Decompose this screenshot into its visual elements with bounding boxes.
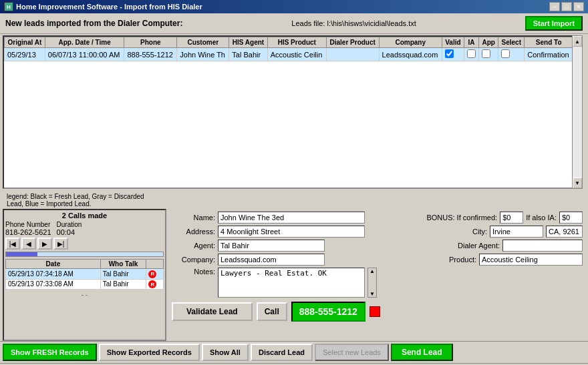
col-customer: Customer bbox=[177, 37, 229, 48]
if-also-ia-input[interactable] bbox=[559, 212, 583, 224]
form-row-agent: Agent: Dialer Agent: bbox=[172, 240, 583, 252]
cell-company: Leadssquad.com bbox=[379, 48, 442, 61]
legend: legend: Black = Fresh Lead, Gray = Disca… bbox=[3, 192, 585, 209]
cell-ia[interactable] bbox=[464, 48, 478, 61]
history-row-2[interactable]: 05/29/13 07:33:08 AM Tal Bahir R bbox=[6, 279, 164, 290]
agent-group: Agent: bbox=[172, 240, 325, 252]
form-row-name-bonus: Name: BONUS: If confirmed: If also IA: bbox=[172, 212, 583, 224]
dash-line: - - bbox=[5, 291, 164, 298]
form-row-company: Company: Product: bbox=[172, 254, 583, 266]
bottom-buttons: Show FRESH Records Show Exported Records… bbox=[0, 341, 588, 363]
show-all-button[interactable]: Show All bbox=[202, 344, 249, 361]
col-dialer-product: Dialer Product bbox=[326, 37, 379, 48]
if-also-ia-label: If also IA: bbox=[526, 214, 557, 222]
notes-input[interactable]: Lawyers - Real Estat. OK bbox=[218, 268, 365, 298]
progress-bar bbox=[5, 252, 164, 257]
discard-lead-button[interactable]: Discard Lead bbox=[251, 344, 313, 361]
show-fresh-button[interactable]: Show FRESH Records bbox=[3, 344, 97, 361]
header-left-text: New leads imported from the Dialer Compu… bbox=[5, 19, 182, 28]
col-select: Select bbox=[498, 37, 525, 48]
col-ia: IA bbox=[464, 37, 478, 48]
cell-phone: 888-555-1212 bbox=[124, 48, 177, 61]
cell-app-datetime: 06/07/13 11:00:00 AM bbox=[45, 48, 124, 61]
show-exported-button[interactable]: Show Exported Records bbox=[99, 344, 200, 361]
title-bar-text: Home Improvement Software - Import from … bbox=[16, 3, 202, 11]
next-btn[interactable]: ▶ bbox=[37, 238, 52, 250]
duration-value: 00:04 bbox=[57, 228, 82, 236]
history-row-1[interactable]: 05/29/13 07:34:18 AM Tal Bahir R bbox=[6, 269, 164, 280]
prev-btn[interactable]: ◀ bbox=[21, 238, 36, 250]
col-phone: Phone bbox=[124, 37, 177, 48]
company-label: Company: bbox=[172, 256, 215, 264]
address-input[interactable] bbox=[218, 226, 365, 238]
cell-valid[interactable] bbox=[442, 48, 464, 61]
scroll-up-btn[interactable]: ▲ bbox=[573, 36, 582, 47]
company-input[interactable] bbox=[218, 254, 325, 266]
close-button[interactable]: ✕ bbox=[573, 2, 584, 11]
select-new-leads-button: Select new Leads bbox=[315, 344, 389, 361]
call-history-table: Date Who Talk 05/29/13 07:34:18 AM Tal B… bbox=[5, 259, 164, 290]
calls-made-header: 2 Calls made bbox=[5, 212, 164, 220]
col-his-agent: HIS Agent bbox=[229, 37, 267, 48]
send-lead-button[interactable]: Send Lead bbox=[391, 344, 453, 361]
notes-label: Notes: bbox=[172, 268, 215, 276]
bottom-section: 2 Calls made Phone Number 818-262-5621 D… bbox=[3, 209, 585, 341]
state-input[interactable] bbox=[546, 226, 583, 238]
cell-his-product: Accoustic Ceilin bbox=[267, 48, 326, 61]
col-app: App bbox=[479, 37, 498, 48]
stop-call-button[interactable] bbox=[370, 306, 380, 317]
history-badge-1: R bbox=[146, 269, 164, 280]
duration-group: Duration 00:04 bbox=[57, 221, 82, 236]
table-wrapper: Original At App. Date / Time Phone Custo… bbox=[3, 35, 575, 189]
history-badge-2: R bbox=[146, 279, 164, 290]
history-col-badge bbox=[146, 260, 164, 269]
title-bar-controls: ─ □ ✕ bbox=[549, 2, 584, 11]
start-import-button[interactable]: Start Import bbox=[525, 16, 583, 31]
scroll-down-btn[interactable]: ▼ bbox=[573, 177, 582, 188]
table-section: Original At App. Date / Time Phone Custo… bbox=[3, 35, 585, 189]
dialer-agent-label: Dialer Agent: bbox=[458, 242, 500, 250]
duration-label: Duration bbox=[57, 221, 82, 228]
maximize-button[interactable]: □ bbox=[561, 2, 572, 11]
next-last-btn[interactable]: ▶| bbox=[53, 238, 68, 250]
col-app-date-time: App. Date / Time bbox=[45, 37, 124, 48]
prev-first-btn[interactable]: |◀ bbox=[5, 238, 20, 250]
phone-display: 888-555-1212 bbox=[291, 302, 365, 322]
product-input[interactable] bbox=[479, 254, 583, 266]
history-col-date: Date bbox=[6, 260, 101, 269]
legend-line1: legend: Black = Fresh Lead, Gray = Disca… bbox=[7, 193, 581, 200]
history-date-1: 05/29/13 07:34:18 AM bbox=[6, 269, 101, 280]
phone-number-group: Phone Number 818-262-5621 bbox=[5, 221, 51, 236]
data-table: Original At App. Date / Time Phone Custo… bbox=[4, 37, 573, 61]
table-row[interactable]: 05/29/13 06/07/13 11:00:00 AM 888-555-12… bbox=[5, 48, 573, 61]
city-label: City: bbox=[472, 228, 487, 236]
minimize-button[interactable]: ─ bbox=[549, 2, 560, 11]
call-history-panel: 2 Calls made Phone Number 818-262-5621 D… bbox=[3, 209, 166, 341]
validate-lead-button[interactable]: Validate Lead bbox=[172, 302, 253, 321]
table-scrollbar[interactable]: ▲ ▼ bbox=[572, 35, 583, 189]
history-date-2: 05/29/13 07:33:08 AM bbox=[6, 279, 101, 290]
product-group: Product: bbox=[449, 254, 583, 266]
bonus-input[interactable] bbox=[500, 212, 523, 224]
col-valid: Valid bbox=[442, 37, 464, 48]
name-input[interactable] bbox=[218, 212, 365, 224]
validate-call-row: Validate Lead Call 888-555-1212 bbox=[172, 302, 583, 322]
col-his-product: HIS Product bbox=[267, 37, 326, 48]
cell-his-agent: Tal Bahir bbox=[229, 48, 267, 61]
app-icon: H bbox=[4, 2, 13, 11]
city-input[interactable] bbox=[490, 226, 543, 238]
call-history-table-wrapper: Date Who Talk 05/29/13 07:34:18 AM Tal B… bbox=[5, 259, 164, 290]
legend-line2: Lead, Blue = Imported Lead. bbox=[7, 200, 581, 208]
agent-input[interactable] bbox=[218, 240, 325, 252]
call-button[interactable]: Call bbox=[257, 302, 287, 321]
main-content: Original At App. Date / Time Phone Custo… bbox=[0, 34, 588, 363]
title-bar: H Home Improvement Software - Import fro… bbox=[0, 0, 588, 13]
cell-select[interactable] bbox=[498, 48, 525, 61]
phone-duration-row: Phone Number 818-262-5621 Duration 00:04 bbox=[5, 221, 164, 236]
col-company: Company bbox=[379, 37, 442, 48]
notes-scrollbar[interactable]: ▲ ▼ bbox=[368, 268, 377, 298]
title-bar-left: H Home Improvement Software - Import fro… bbox=[4, 2, 202, 11]
dialer-agent-input[interactable] bbox=[502, 240, 583, 252]
cell-app[interactable] bbox=[479, 48, 498, 61]
dialer-agent-group: Dialer Agent: bbox=[458, 240, 583, 252]
